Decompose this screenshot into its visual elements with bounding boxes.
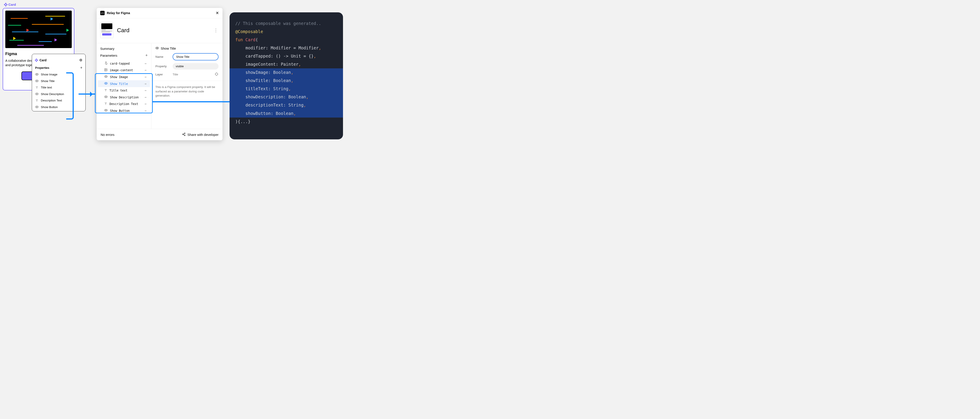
text-icon	[35, 99, 39, 102]
property-label: Show Description	[41, 92, 64, 96]
svg-point-9	[105, 69, 106, 70]
arrow-out-icon: ⇢	[144, 82, 146, 86]
relay-logo-icon: </>	[100, 11, 105, 15]
component-tag: Card	[5, 3, 16, 6]
component-icon	[4, 3, 8, 6]
relay-card-title: Card	[117, 27, 129, 34]
share-with-developer-button[interactable]: Share with developer	[182, 133, 218, 137]
relay-panel: </> Relay for Figma ✕ Card ⋮ Summary Par…	[97, 8, 223, 140]
code-tail: ){...}	[235, 117, 337, 126]
text-icon	[35, 86, 39, 89]
add-parameter-button[interactable]: +	[145, 53, 148, 58]
code-fun-line: fun Card(	[235, 36, 337, 44]
card-thumbnail	[100, 22, 113, 38]
layer-value: Title	[173, 73, 178, 76]
eye-icon	[104, 95, 108, 99]
name-input[interactable]: Show Title	[173, 53, 218, 60]
svg-point-25	[183, 134, 183, 135]
text-icon	[104, 102, 107, 106]
figma-panel-title: Card	[40, 59, 46, 62]
card-hero-image	[5, 11, 72, 48]
parameter-label: card-tapped	[110, 62, 130, 65]
eye-icon	[35, 92, 39, 96]
property-row[interactable]: Show Description	[32, 90, 86, 97]
component-icon	[35, 59, 38, 62]
code-param-line: titleText: String,	[229, 85, 343, 93]
property-label: Show Title	[41, 79, 54, 83]
svg-point-4	[37, 94, 37, 94]
eye-icon	[35, 73, 39, 76]
parameter-row[interactable]: card-tapped⇢	[98, 60, 150, 67]
svg-point-11	[105, 83, 107, 84]
add-property-button[interactable]: +	[80, 66, 82, 70]
property-label: Property	[155, 65, 170, 68]
eye-icon	[104, 108, 108, 113]
close-icon[interactable]: ✕	[216, 11, 219, 16]
svg-line-28	[183, 135, 185, 135]
code-param-line: modifier: Modifier = Modifier,	[235, 44, 337, 52]
property-row[interactable]: Description Text	[32, 97, 86, 104]
code-annotation: @Composable	[235, 27, 337, 36]
svg-point-19	[215, 73, 218, 75]
svg-point-24	[184, 133, 185, 133]
code-param-line: descriptionText: String,	[229, 101, 343, 109]
eye-icon	[104, 75, 108, 79]
arrow-out-icon: ⇢	[144, 68, 146, 72]
svg-line-27	[183, 133, 185, 134]
property-label: Title text	[41, 86, 52, 89]
parameter-row[interactable]: image-content⇢	[98, 67, 150, 73]
arrow-out-icon: ⇢	[144, 62, 146, 65]
parameter-label: Description Text	[110, 102, 138, 106]
annotation-bracket	[66, 72, 74, 119]
parameter-row[interactable]: Show Image⇢	[98, 73, 150, 80]
svg-point-1	[37, 81, 37, 81]
property-value[interactable]: visible	[173, 63, 218, 70]
arrow-out-icon: ⇢	[144, 109, 146, 113]
arrow-out-icon: ⇢	[144, 95, 146, 99]
parameter-label: Show Title	[110, 82, 128, 86]
parameter-row[interactable]: Show Description⇢	[98, 94, 150, 100]
parameter-row[interactable]: Show Title⇢	[98, 80, 150, 87]
arrow-out-icon: ⇢	[144, 75, 146, 79]
arrow-out-icon: ⇢	[144, 102, 146, 106]
properties-heading: Properties	[35, 66, 49, 70]
parameter-row[interactable]: Show Button⇢	[98, 107, 150, 114]
property-label: Description Text	[41, 99, 62, 102]
summary-section[interactable]: Summary	[97, 46, 151, 52]
annotation-arrow	[153, 101, 240, 102]
property-row[interactable]: Show Image	[32, 71, 86, 78]
generated-code-panel: // This composable was generated.. @Comp…	[229, 12, 343, 140]
detail-title: Show Title	[161, 46, 176, 50]
parameters-heading: Parameters	[100, 54, 118, 57]
parameter-row[interactable]: Description Text⇢	[98, 100, 150, 107]
property-row[interactable]: Show Button	[32, 104, 86, 110]
parameter-row[interactable]: Title text⇢	[98, 87, 150, 94]
svg-point-18	[157, 48, 158, 49]
code-param-line: showTitle: Boolean,	[229, 76, 343, 85]
svg-point-14	[105, 96, 107, 97]
figma-properties-panel: Card ⚙ Properties + Show ImageShow Title…	[32, 54, 86, 111]
image-icon	[104, 68, 108, 72]
target-icon[interactable]	[215, 72, 218, 77]
svg-point-26	[184, 135, 185, 136]
property-row[interactable]: Title text	[32, 84, 86, 90]
code-param-line: showButton: Boolean,	[229, 110, 343, 117]
detail-help-text: This is a Figma component property. It w…	[155, 85, 218, 98]
code-param-line: cardTapped: () -> Unit = {},	[235, 52, 337, 60]
property-row[interactable]: Show Title	[32, 78, 86, 84]
property-label: Show Button	[41, 105, 58, 109]
svg-point-0	[37, 74, 37, 75]
eye-icon	[35, 105, 39, 109]
parameter-label: Title text	[110, 89, 127, 92]
layer-label: Layer	[155, 73, 170, 76]
code-param-line: showImage: Boolean,	[229, 68, 343, 76]
text-icon	[104, 89, 107, 92]
component-tag-label: Card	[8, 3, 16, 6]
parameter-label: Show Image	[110, 75, 128, 79]
kebab-menu-icon[interactable]: ⋮	[214, 27, 219, 33]
sliders-icon[interactable]: ⚙	[79, 58, 82, 62]
svg-point-10	[105, 76, 107, 77]
parameter-label: image-content	[110, 68, 133, 72]
share-icon	[182, 133, 186, 137]
eye-icon	[155, 46, 159, 51]
